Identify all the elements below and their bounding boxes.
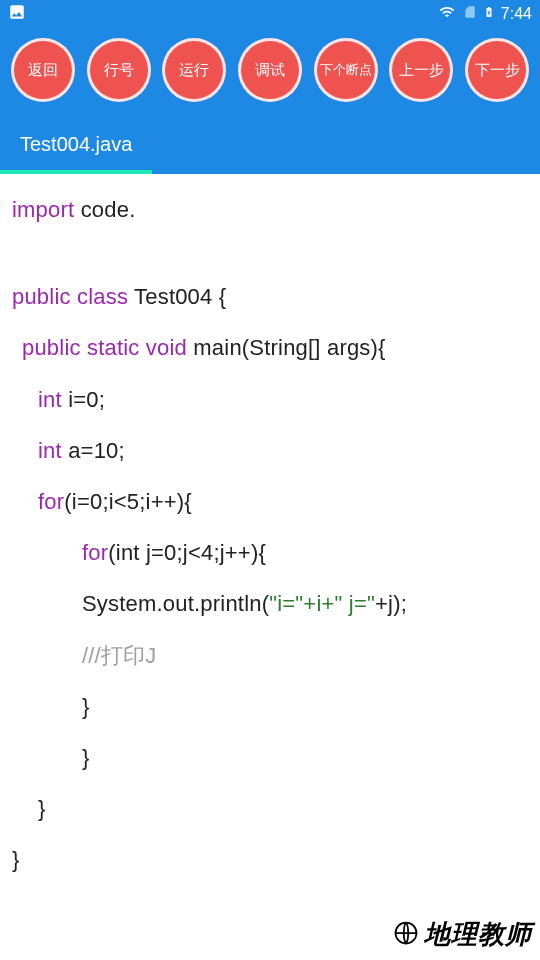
tab-bar: Test004.java	[0, 114, 540, 174]
line-number-button[interactable]: 行号	[87, 38, 151, 102]
status-time: 7:44	[501, 5, 532, 23]
debug-button[interactable]: 调试	[238, 38, 302, 102]
code-line: for(int j=0;j<4;j++){	[12, 535, 528, 570]
code-editor[interactable]: import code. public class Test004 { publ…	[0, 174, 540, 911]
code-line: public static void main(String[] args){	[12, 330, 528, 365]
code-line: import code.	[12, 192, 528, 227]
code-line: }	[12, 842, 528, 877]
code-line: ///打印J	[12, 638, 528, 673]
code-line: int a=10;	[12, 433, 528, 468]
wifi-icon	[437, 4, 457, 24]
code-line: for(i=0;i<5;i++){	[12, 484, 528, 519]
sim-icon	[463, 3, 477, 25]
step-back-button[interactable]: 上一步	[389, 38, 453, 102]
code-line: }	[12, 689, 528, 724]
tab-file[interactable]: Test004.java	[0, 115, 152, 174]
toolbar: 返回 行号 运行 调试 下个断点 上一步 下一步	[0, 28, 540, 114]
image-icon	[8, 3, 26, 25]
back-button[interactable]: 返回	[11, 38, 75, 102]
code-line: int i=0;	[12, 382, 528, 417]
watermark: 地理教师	[392, 917, 532, 954]
status-bar: 7:44	[0, 0, 540, 28]
globe-icon	[392, 919, 420, 954]
code-line: }	[12, 791, 528, 826]
next-breakpoint-button[interactable]: 下个断点	[314, 38, 378, 102]
battery-icon	[483, 2, 495, 26]
code-line: public class Test004 {	[12, 279, 528, 314]
code-line: System.out.println("i="+i+" j="+j);	[12, 586, 528, 621]
run-button[interactable]: 运行	[162, 38, 226, 102]
step-forward-button[interactable]: 下一步	[465, 38, 529, 102]
code-line: }	[12, 740, 528, 775]
